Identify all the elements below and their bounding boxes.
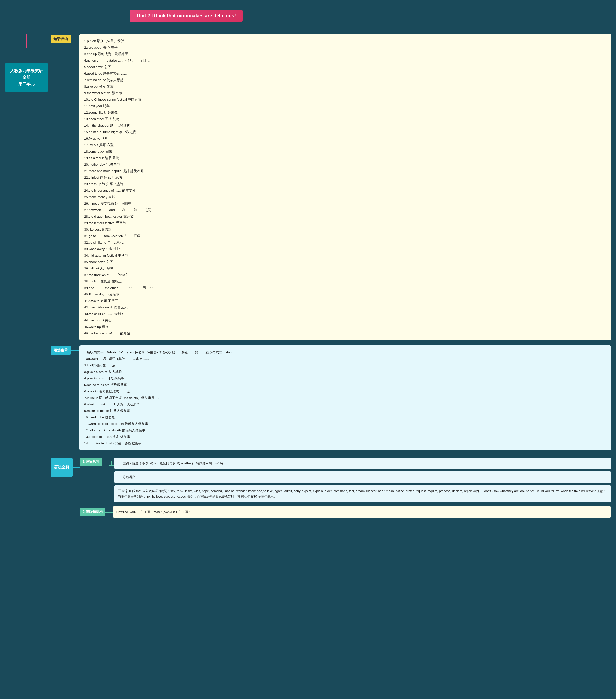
vocab-item: 43.the spirit of …… 的精神 <box>84 311 606 317</box>
usage-content: 1.感叹句式一：What+（a/an）+adj+名词（+主语+谓语+其他）！ 多… <box>79 345 611 450</box>
usage-item: 12.tell sb（not）to do sth 告诉某人做某事 <box>84 427 606 434</box>
vocab-item: 32.be similar to 与……相似 <box>84 239 606 246</box>
usage-item: 8.what … think of …? 认为 …怎么样? <box>84 401 606 408</box>
vocab-item: 44.care about 关心 <box>84 317 606 324</box>
usage-item: 5.refuse to do sth 拒绝做某事 <box>84 382 606 388</box>
vocab-item: 21.more and more popular 越来越受欢迎 <box>84 168 606 174</box>
usage-item: +adj/adv+ 主语 +谓语 +其他！ ……多么……！ <box>84 356 606 362</box>
vocab-item: 37.the tradition of …… 的传统 <box>84 272 606 278</box>
usage-item: 6.one of +名词复数形式 …… 之一 <box>84 388 606 395</box>
object-clause-label: 1.宾语从句 <box>80 458 102 466</box>
vocab-item: 33.wash away 冲走 洗掉 <box>84 246 606 252</box>
vocab-item: 26.in need 需要帮助 处于困难中 <box>84 200 606 207</box>
usage-item: 10.used to be 过去是 …… <box>84 414 606 421</box>
clause-branch-3: 三.时态 可跟 that 从句做宾语的动词：say, think, insist… <box>109 485 611 502</box>
vocab-item: 10.the Chinese spring festival 中国春节 <box>84 96 606 103</box>
usage-item: 3.give sb. sth. 给某人其物 <box>84 369 606 375</box>
vocab-item: 41.have to 必须 不得不 <box>84 298 606 304</box>
clause-branch-1-content: 一. 连词 a.陈述语序 (that) b.一般疑问句 (if 或 whethe… <box>114 458 611 469</box>
page-container: Unit 2 I think that mooncakes are delici… <box>5 10 611 517</box>
page-title: Unit 2 I think that mooncakes are delici… <box>130 10 243 22</box>
vocab-item: 42.play a trick on sb 捉弄某人 <box>84 304 606 311</box>
vocab-item: 35.shoot down 射下 <box>84 259 606 265</box>
vocab-item: 38.at night 在夜里 在晚上 <box>84 278 606 285</box>
vocab-item: 8.give out 分发 发放 <box>84 83 606 90</box>
usage-item: 14.promise to do sth 承诺、答应做某事 <box>84 440 606 447</box>
vocab-content: 1.put on 增加（体重）发胖 2.care about 关心 在乎 3.e… <box>79 34 611 341</box>
vocab-item: 25.make money 挣钱 <box>84 194 606 200</box>
vocab-item: 1.put on 增加（体重）发胖 <box>84 38 606 44</box>
vocab-item: 6.used to do 过去常常做 …… <box>84 70 606 77</box>
usage-item: 1.感叹句式一：What+（a/an）+adj+名词（+主语+谓语+其他）！ 多… <box>84 349 606 356</box>
grammar-branches: 1.宾语从句 <box>80 458 611 517</box>
vocab-item: 18.come back 回来 <box>84 148 606 155</box>
vocab-item: 46.the beginning of …… 的开始 <box>84 330 606 337</box>
vocab-item: 9.the water festival 泼水节 <box>84 90 606 96</box>
vocab-item: 45.wake up 醒来 <box>84 324 606 330</box>
vocab-item: 4.not only …… butalso ……不但 …… 而且 …… <box>84 57 606 64</box>
vocab-item: 20.mother day＇s母亲节 <box>84 161 606 168</box>
title-row: Unit 2 I think that mooncakes are delici… <box>67 10 611 29</box>
object-clause-branches: 一. 连词 a.陈述语序 (that) b.一般疑问句 (if 或 whethe… <box>109 458 611 502</box>
exclamation-connector <box>105 512 113 513</box>
vocab-item: 31.go to …… fora vacation 去……度假 <box>84 233 606 239</box>
vocab-item: 30.like best 最喜欢 <box>84 226 606 233</box>
clause-branch-3-content: 三.时态 可跟 that 从句做宾语的动词：say, think, insist… <box>114 485 611 502</box>
vocab-item: 15.on mid-autumn night 在中秋之夜 <box>84 129 606 135</box>
right-content: 短语归纳 1.put on 增加（体重）发胖 2.care about 关心 在… <box>48 34 611 517</box>
vocab-item: 34.mid-autumn festival 中秋节 <box>84 252 606 259</box>
grammar-sub-1: 1.宾语从句 <box>80 458 611 502</box>
usage-label: 用法集萃 <box>51 346 71 355</box>
vocab-item: 36.call out 大声呼喊 <box>84 265 606 272</box>
vocab-item: 27.between …… and ……在 …… 和…… 之间 <box>84 207 606 213</box>
vocab-item: 24.the importance of …… 的重要性 <box>84 187 606 194</box>
usage-section: 用法集萃 1.感叹句式一：What+（a/an）+adj+名词（+主语+谓语+其… <box>51 345 611 450</box>
usage-item: 4.plan to do sth 计划做某事 <box>84 375 606 382</box>
vocab-item: 5.shoot down 射下 <box>84 64 606 70</box>
vocab-item: 3.end up 最终成为，最后处于 <box>84 51 606 57</box>
exclamation-content: How+adj. /adv. + 主 + 谓！ What (a/an)+名+ 主… <box>113 506 611 517</box>
vocab-item: 16.fly up to 飞向 <box>84 135 606 142</box>
clause-branch-1: 一. 连词 a.陈述语序 (that) b.一般疑问句 (if 或 whethe… <box>109 458 611 469</box>
usage-item: 9.make sb do sth 让某人做某事 <box>84 408 606 414</box>
clause-branch-2: 二. 陈述语序 <box>109 471 611 483</box>
vocab-item: 12.sound like 听起来像 <box>84 109 606 116</box>
exclamation-label: 2.感叹句结构 <box>80 508 105 516</box>
vocab-connector <box>71 39 79 39</box>
vocab-label: 短语归纳 <box>51 35 71 43</box>
pink-vline-top <box>26 34 27 48</box>
vocab-item: 28.the dragon boat festival 龙舟节 <box>84 213 606 220</box>
main-row: 人教版九年级英语全册 第二单元 短语归纳 1.put on 增加（体重）发胖 2… <box>5 34 611 517</box>
vocab-item: 14.in the shapeof 以……的形状 <box>84 122 606 129</box>
usage-item: 13.decide to do sth 决定 做某事 <box>84 434 606 440</box>
vocab-item: 40.Father day＇s父亲节 <box>84 291 606 298</box>
vocab-item: 2.care about 关心 在乎 <box>84 44 606 51</box>
usage-item: 7.it +is+名词 +动词不定式（to do sth）做某事是 … <box>84 395 606 401</box>
vocab-section: 短语归纳 1.put on 增加（体重）发胖 2.care about 关心 在… <box>51 34 611 341</box>
vocab-item: 11.next year 明年 <box>84 103 606 109</box>
vocab-item: 22.think of 想起 认为 思考 <box>84 174 606 181</box>
grammar-label: 语法全解 <box>51 458 73 477</box>
vocab-item: 19.as a result 结果 因此 <box>84 155 606 161</box>
object-clause-connector <box>102 462 109 462</box>
grammar-sub-2: 2.感叹句结构 How+adj. /adv. + 主 + 谓！ What (a/… <box>80 506 611 517</box>
usage-item: 11.warn sb（not）to do sth 告诉某人做某事 <box>84 421 606 427</box>
vocab-item: 23.dress up 装扮 享上盛装 <box>84 181 606 187</box>
grammar-section: 语法全解 1.宾语从句 <box>51 458 611 517</box>
usage-item: 2.in+时间段 在……后 <box>84 362 606 369</box>
left-panel: 人教版九年级英语全册 第二单元 <box>5 34 48 92</box>
usage-connector <box>71 350 79 351</box>
main-left-label: 人教版九年级英语全册 第二单元 <box>5 63 48 92</box>
clause-branch-2-content: 二. 陈述语序 <box>114 471 611 483</box>
vocab-item: 39.one ……，the other ……一个 ……，另一个 … <box>84 285 606 291</box>
vocab-item: 13.each other 互相 彼此 <box>84 116 606 122</box>
vocab-item: 29.the lantern festival 元宵节 <box>84 220 606 226</box>
vocab-item: 7.remind sb. of 使某人想起 <box>84 77 606 83</box>
vocab-item: 17.lay out 摆开 布置 <box>84 142 606 148</box>
grammar-connector <box>73 467 80 468</box>
